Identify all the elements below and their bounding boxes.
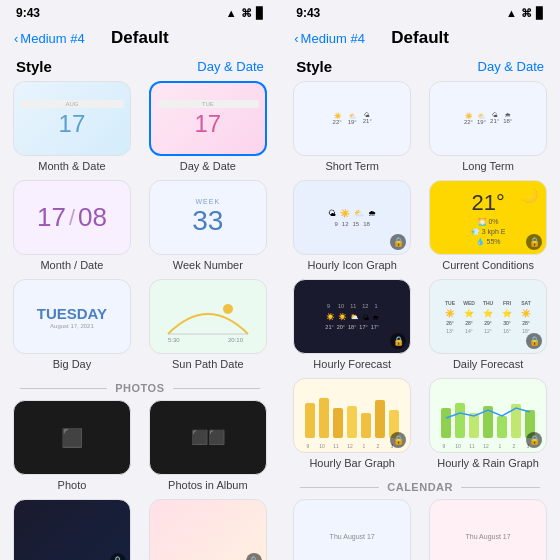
thumb-month-date: AUG 17 bbox=[13, 81, 131, 156]
slash-num1: 17 bbox=[37, 202, 66, 233]
long-term-label: Long Term bbox=[462, 160, 514, 172]
thumb-current-conditions: 🔒 🌙 21° 🌅 0% 💨 3 kph E 💧 55% bbox=[429, 180, 547, 255]
widget-cal-aesthetic[interactable]: Thu August 17 Aesthetic / Theme bbox=[288, 499, 416, 560]
lock-badge-df: 🔒 bbox=[526, 333, 542, 349]
widget-row-1-left: AUG 17 Month & Date TUE 17 Day & Date bbox=[8, 81, 272, 172]
svg-point-0 bbox=[223, 304, 233, 314]
week-label: WEEK bbox=[196, 198, 221, 205]
status-bar-left: 9:43 ▲ ⌘ ▊ bbox=[0, 0, 280, 24]
widget-aesthetic-left[interactable]: 🔒 Aesthetic / Theme bbox=[8, 499, 136, 560]
slash-divider: / bbox=[69, 205, 75, 231]
svg-rect-7 bbox=[347, 406, 357, 438]
svg-rect-22 bbox=[497, 416, 507, 438]
thumb-hourly-bar: 🔒 9 10 11 12 bbox=[293, 378, 411, 453]
photos-album-label: Photos in Album bbox=[168, 479, 248, 491]
widget-photos-album[interactable]: ⬛⬛ Photos in Album bbox=[144, 400, 272, 491]
widget-week-num[interactable]: WEEK 33 Week Number bbox=[144, 180, 272, 271]
widget-month-slash[interactable]: 17 / 08 Month / Date bbox=[8, 180, 136, 271]
day-date-num: 17 bbox=[194, 110, 221, 138]
lock-badge-hourly-icon: 🔒 bbox=[390, 234, 406, 250]
svg-text:1: 1 bbox=[498, 443, 501, 449]
daily-forecast-label: Daily Forecast bbox=[453, 358, 523, 370]
widget-long-term[interactable]: ☀️22° ⛅19° 🌤21° 🌧18° bbox=[424, 81, 552, 172]
thumb-day-date: TUE 17 bbox=[149, 81, 267, 156]
widget-current-conditions[interactable]: 🔒 🌙 21° 🌅 0% 💨 3 kph E 💧 55% Current Con… bbox=[424, 180, 552, 271]
style-label-left: Style bbox=[16, 58, 52, 75]
widget-month-date[interactable]: AUG 17 Month & Date bbox=[8, 81, 136, 172]
month-date-strip: AUG bbox=[20, 100, 124, 108]
style-header-left: Style Day & Date bbox=[0, 54, 280, 81]
style-filter-right[interactable]: Day & Date bbox=[478, 59, 544, 74]
widget-row-2-left: 17 / 08 Month / Date WEEK 33 Week Number bbox=[8, 180, 272, 271]
widget-row-photos: ⬛ Photo ⬛⬛ Photos in Album bbox=[8, 400, 272, 491]
widget-day-date[interactable]: TUE 17 Day & Date bbox=[144, 81, 272, 172]
svg-rect-18 bbox=[441, 408, 451, 438]
widgets-scroll-left[interactable]: AUG 17 Month & Date TUE 17 Day & Date bbox=[0, 81, 280, 560]
back-button-right[interactable]: ‹ Medium #4 bbox=[294, 31, 365, 46]
svg-rect-4 bbox=[305, 403, 315, 438]
photo-label: Photo bbox=[58, 479, 87, 491]
left-panel: 9:43 ▲ ⌘ ▊ ‹ Medium #4 Default Style Day… bbox=[0, 0, 280, 560]
nav-title-left: Default bbox=[111, 28, 169, 48]
thumb-month-slash: 17 / 08 bbox=[13, 180, 131, 255]
widget-short-term[interactable]: ☀️22° ⛅19° 🌤21° Short Term bbox=[288, 81, 416, 172]
status-icons-right: ▲ ⌘ ▊ bbox=[506, 7, 544, 20]
nav-title-right: Default bbox=[391, 28, 449, 48]
hourly-bar-label: Hourly Bar Graph bbox=[309, 457, 395, 469]
thumb-hourly-icon: 🔒 🌤 ☀️ ⛅ 🌧 9121518 bbox=[293, 180, 411, 255]
widget-big-day[interactable]: TUESDAY August 17, 2021 Big Day bbox=[8, 279, 136, 370]
back-label-right: Medium #4 bbox=[301, 31, 365, 46]
wifi-icon-left: ⌘ bbox=[241, 7, 252, 20]
svg-text:9: 9 bbox=[442, 443, 445, 449]
thumb-hourly-rain: 🔒 9 10 11 bbox=[429, 378, 547, 453]
widget-hourly-bar[interactable]: 🔒 9 10 11 12 bbox=[288, 378, 416, 469]
widget-row-aesthetic-left: 🔒 Aesthetic / Theme 🔒 Ice Cream bbox=[8, 499, 272, 560]
wifi-icon-right: ⌘ bbox=[521, 7, 532, 20]
svg-rect-6 bbox=[333, 408, 343, 438]
calendar-section-label: CALENDAR bbox=[387, 481, 453, 493]
widget-hourly-rain[interactable]: 🔒 9 10 11 bbox=[424, 378, 552, 469]
thumb-icecream-left: 🔒 bbox=[149, 499, 267, 560]
week-number: 33 bbox=[192, 205, 223, 237]
svg-text:12: 12 bbox=[347, 443, 353, 449]
widget-row-3-left: TUESDAY August 17, 2021 Big Day 5:30 20:… bbox=[8, 279, 272, 370]
back-label-left: Medium #4 bbox=[20, 31, 84, 46]
widgets-scroll-right[interactable]: ☀️22° ⛅19° 🌤21° Short Term bbox=[280, 81, 560, 560]
widget-cal-icecream[interactable]: Thu August 17 Ice Cream bbox=[424, 499, 552, 560]
widget-hourly-forecast[interactable]: 🔒 91011121 ☀️ ☀️ ⛅ 🌤 🌧 21°20°18°17°17° bbox=[288, 279, 416, 370]
lock-badge-hf: 🔒 bbox=[390, 333, 406, 349]
cc-humidity: 💧 55% bbox=[476, 238, 501, 246]
svg-text:11: 11 bbox=[469, 443, 475, 449]
thumb-week-num: WEEK 33 bbox=[149, 180, 267, 255]
style-header-right: Style Day & Date bbox=[280, 54, 560, 81]
divider-line-cal-2 bbox=[461, 487, 540, 488]
thumb-daily-forecast: 🔒 TUE WED THU FRI SAT ☀️ ⭐ ⭐ ⭐ ☀️ bbox=[429, 279, 547, 354]
hourly-bar-svg: 9 10 11 12 1 2 3 bbox=[300, 388, 405, 450]
time-right: 9:43 bbox=[296, 6, 320, 20]
cc-moon-icon: 🌙 bbox=[521, 187, 538, 203]
svg-rect-8 bbox=[361, 413, 371, 438]
signal-icon-left: ▲ bbox=[226, 7, 237, 19]
thumb-long-term: ☀️22° ⛅19° 🌤21° 🌧18° bbox=[429, 81, 547, 156]
cc-temperature: 21° bbox=[471, 190, 504, 216]
svg-rect-9 bbox=[375, 400, 385, 438]
widget-sun-path[interactable]: 5:30 20:10 Sun Path Date bbox=[144, 279, 272, 370]
chevron-left-icon-right: ‹ bbox=[294, 31, 298, 46]
widget-photo[interactable]: ⬛ Photo bbox=[8, 400, 136, 491]
back-button-left[interactable]: ‹ Medium #4 bbox=[14, 31, 85, 46]
lock-badge-icecream-left: 🔒 bbox=[246, 553, 262, 560]
widget-icecream-left[interactable]: 🔒 Ice Cream bbox=[144, 499, 272, 560]
photos-section-left: PHOTOS bbox=[8, 378, 272, 400]
style-filter-left[interactable]: Day & Date bbox=[197, 59, 263, 74]
thumb-big-day: TUESDAY August 17, 2021 bbox=[13, 279, 131, 354]
time-left: 9:43 bbox=[16, 6, 40, 20]
week-num-label: Week Number bbox=[173, 259, 243, 271]
widget-daily-forecast[interactable]: 🔒 TUE WED THU FRI SAT ☀️ ⭐ ⭐ ⭐ ☀️ bbox=[424, 279, 552, 370]
slash-num2: 08 bbox=[78, 202, 107, 233]
thumb-aesthetic-left: 🔒 bbox=[13, 499, 131, 560]
svg-text:2: 2 bbox=[512, 443, 515, 449]
status-bar-right: 9:43 ▲ ⌘ ▊ bbox=[280, 0, 560, 24]
sun-path-label: Sun Path Date bbox=[172, 358, 244, 370]
widget-row-3-right: 🔒 91011121 ☀️ ☀️ ⛅ 🌤 🌧 21°20°18°17°17° bbox=[288, 279, 552, 370]
widget-hourly-icon[interactable]: 🔒 🌤 ☀️ ⛅ 🌧 9121518 Hourly Icon Graph bbox=[288, 180, 416, 271]
